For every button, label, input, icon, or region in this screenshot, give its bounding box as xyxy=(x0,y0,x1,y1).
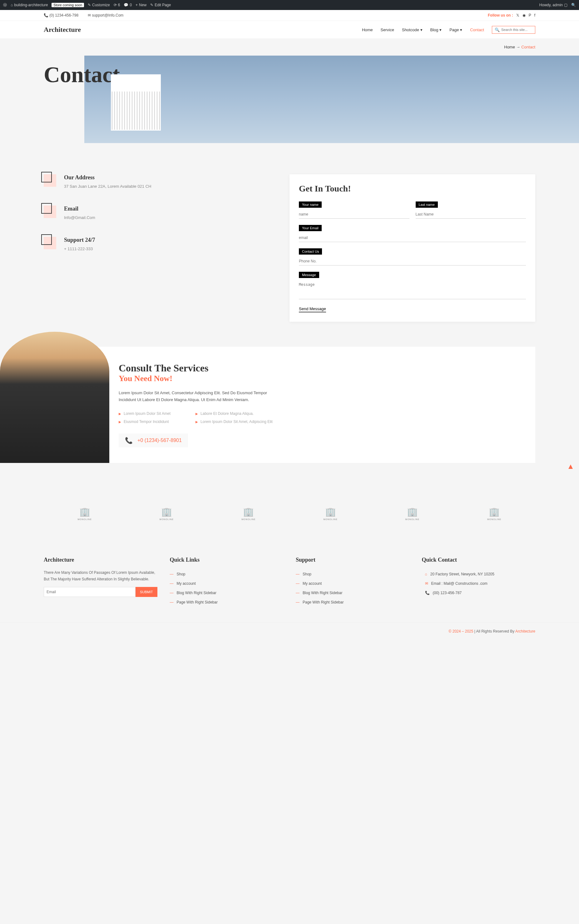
search-input[interactable] xyxy=(501,28,532,31)
contact-label: Contact Us xyxy=(299,249,322,255)
email-text: Info@Gmail.Com xyxy=(64,214,95,221)
email-input[interactable] xyxy=(299,234,526,242)
list-item: Labore Et Dolore Magna Aliqua. xyxy=(196,409,273,418)
edit-page-link[interactable]: ✎ Edit Page xyxy=(150,3,171,7)
instagram-icon[interactable]: ◉ xyxy=(522,13,526,18)
list-item: Lorem Ipsum Dolor Sit Amet, Adipiscing E… xyxy=(196,418,273,426)
mail-icon: ✉ xyxy=(425,581,428,586)
brand-logo: 🏢MONOLINE xyxy=(74,507,96,522)
search-icon: 🔍 xyxy=(495,28,500,32)
page-title: Contact xyxy=(44,62,120,88)
address-text: 37 San Juan Lane 22A, Lorem Available 02… xyxy=(64,183,151,190)
home-icon: ⌂ xyxy=(425,572,427,576)
newsletter-input[interactable] xyxy=(44,587,136,597)
consult-image xyxy=(0,332,109,463)
new-link[interactable]: + New xyxy=(136,3,146,7)
wp-admin-bar: ⓦ ⌂ building-architecture Store coming s… xyxy=(0,0,579,10)
name-label: Your name xyxy=(299,201,322,208)
email-icon xyxy=(44,206,56,218)
footer-link[interactable]: Shop xyxy=(296,569,409,579)
top-bar: 📞 (0) 1234-456-798 ✉ support@Info.Com Fo… xyxy=(0,10,579,21)
address-icon xyxy=(44,174,56,187)
store-badge: Store coming soon xyxy=(52,3,84,7)
hero-image xyxy=(111,74,161,131)
brand-logo: 🏢MONOLINE xyxy=(238,507,260,522)
logo[interactable]: Architecture xyxy=(44,26,81,34)
newsletter-submit[interactable]: SUBMIT xyxy=(136,587,157,597)
admin-search-icon[interactable]: 🔍 xyxy=(571,3,576,7)
email-title: Email xyxy=(64,206,95,212)
search-box[interactable]: 🔍 xyxy=(492,26,535,34)
footer-link[interactable]: My account xyxy=(296,579,409,588)
phone-number: +0 (1234)-567-8901 xyxy=(137,438,182,443)
message-label: Message xyxy=(299,272,319,278)
nav-contact[interactable]: Contact xyxy=(470,28,484,32)
brand-logo: 🏢MONOLINE xyxy=(401,507,423,522)
brand-logo: 🏢MONOLINE xyxy=(483,507,505,522)
address-title: Our Address xyxy=(64,174,151,181)
nav-home[interactable]: Home xyxy=(362,28,373,32)
twitter-icon[interactable]: 𝕏 xyxy=(516,13,519,18)
topbar-phone: 📞 (0) 1234-456-798 xyxy=(44,13,79,18)
lastname-label: Last name xyxy=(415,201,438,208)
footer-link[interactable]: Page With Right Sidebar xyxy=(296,598,409,607)
footer-link[interactable]: Page With Right Sidebar xyxy=(170,598,284,607)
email-label: Your Email xyxy=(299,225,322,231)
nav-blog[interactable]: Blog ▾ xyxy=(430,28,442,32)
hero: Contact xyxy=(0,56,579,143)
nav-service[interactable]: Service xyxy=(381,28,394,32)
pinterest-icon[interactable]: P xyxy=(529,13,531,18)
breadcrumb-home[interactable]: Home xyxy=(504,45,515,49)
consult-desc: Lorem Ipsum Dolor Sit Amet, Consectetur … xyxy=(119,389,275,403)
list-item: Eiusmod Tempor Incididunt xyxy=(119,418,170,426)
scroll-top-button[interactable]: ▲ xyxy=(567,462,574,471)
follow-label: Follow us on : xyxy=(488,13,513,18)
brand-logo: 🏢MONOLINE xyxy=(319,507,341,522)
comments-link[interactable]: 💬 0 xyxy=(124,3,132,7)
footer-link[interactable]: Blog With Right Sidebar xyxy=(170,588,284,598)
name-input[interactable] xyxy=(299,210,409,219)
footer-link[interactable]: My account xyxy=(170,579,284,588)
quick-contact-title: Quick Contact xyxy=(422,557,536,563)
consult-subtitle: You Need Now! xyxy=(119,374,517,383)
footer-link[interactable]: Blog With Right Sidebar xyxy=(296,588,409,598)
wp-logo-icon[interactable]: ⓦ xyxy=(3,3,7,8)
breadcrumb-current: Contact xyxy=(521,45,535,49)
breadcrumb: Home → Contact xyxy=(0,38,579,56)
consult-title: Consult The Services xyxy=(119,362,517,374)
phone-input[interactable] xyxy=(299,257,526,265)
customize-link[interactable]: ✎ Customize xyxy=(88,3,110,7)
list-item: Lorem Ipsum Dolor Sit Amet xyxy=(119,409,170,418)
footer-about-title: Architecture xyxy=(44,557,157,563)
send-button[interactable]: Send Message xyxy=(299,306,326,312)
facebook-icon[interactable]: f xyxy=(534,13,535,18)
consult-section: Consult The Services You Need Now! Lorem… xyxy=(44,347,535,463)
nav-bar: Architecture Home Service Shotcode ▾ Blo… xyxy=(0,21,579,38)
support-links-title: Support xyxy=(296,557,409,563)
topbar-email: ✉ support@Info.Com xyxy=(88,13,123,18)
message-input[interactable] xyxy=(299,281,526,299)
brand-logo: 🏢MONOLINE xyxy=(155,507,177,522)
footer-link[interactable]: Shop xyxy=(170,569,284,579)
support-text: + 1111-222-333 xyxy=(64,246,95,252)
footer-email: ✉Email : Mail@ Constructions .com xyxy=(422,579,536,588)
phone-icon: 📞 xyxy=(425,591,430,595)
lastname-input[interactable] xyxy=(415,210,526,219)
copyright: © 2024 – 2025 | All Rights Reserved By A… xyxy=(0,623,579,640)
brands-row: 🏢MONOLINE 🏢MONOLINE 🏢MONOLINE 🏢MONOLINE … xyxy=(0,488,579,541)
site-name[interactable]: ⌂ building-architecture xyxy=(11,3,48,7)
nav-shotcode[interactable]: Shotcode ▾ xyxy=(402,28,422,32)
phone-box[interactable]: 📞 +0 (1234)-567-8901 xyxy=(119,433,188,447)
copyright-year: © 2024 – 2025 xyxy=(449,629,473,633)
support-title: Support 24/7 xyxy=(64,237,95,243)
phone-icon: 📞 xyxy=(125,437,133,444)
nav-page[interactable]: Page ▾ xyxy=(450,28,462,32)
support-icon xyxy=(44,237,56,249)
copyright-brand[interactable]: Architecture xyxy=(515,629,535,633)
footer: Architecture There Are Many Variations O… xyxy=(0,541,579,623)
contact-form: Get In Touch! Your name Last name Your E… xyxy=(290,174,535,322)
footer-phone: 📞(00) 123-456-787 xyxy=(422,588,536,598)
form-title: Get In Touch! xyxy=(299,184,526,194)
howdy-link[interactable]: Howdy, admin ▢ xyxy=(539,3,568,7)
updates-link[interactable]: ⟳ 6 xyxy=(114,3,120,7)
